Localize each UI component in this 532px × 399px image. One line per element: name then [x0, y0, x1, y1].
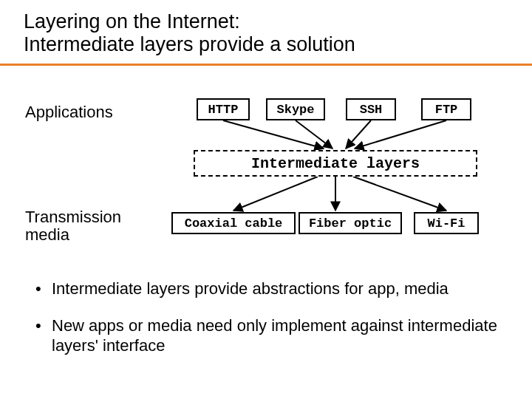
applications-label: Applications [25, 103, 113, 121]
intermediate-text: Intermediate layers [251, 155, 420, 172]
svg-line-6 [353, 177, 446, 211]
app-skype-text: Skype [276, 103, 314, 117]
app-box-skype: Skype [266, 98, 325, 120]
media-box-coax: Coaxial cable [171, 212, 296, 234]
svg-line-0 [223, 120, 324, 149]
bullet-1: Intermediate layers provide abstractions… [35, 279, 502, 299]
media-box-wifi: Wi-Fi [414, 212, 479, 234]
transmission-label-line1: Transmission [25, 208, 121, 226]
app-box-http: HTTP [197, 98, 250, 120]
title-line-2: Intermediate layers provide a solution [24, 33, 355, 55]
diagram-stage: Applications HTTP Skype SSH FTP Intermed… [0, 66, 532, 273]
transmission-label-line2: media [25, 225, 69, 244]
svg-line-3 [355, 120, 446, 149]
app-ftp-text: FTP [435, 103, 458, 117]
app-box-ftp: FTP [421, 98, 471, 120]
title-line-1: Layering on the Internet: [24, 10, 240, 33]
app-http-text: HTTP [208, 103, 239, 117]
svg-line-4 [233, 177, 318, 211]
media-wifi-text: Wi-Fi [427, 216, 465, 231]
slide-title: Layering on the Internet: Intermediate l… [0, 0, 532, 61]
intermediate-box: Intermediate layers [194, 150, 477, 177]
bullet-2: New apps or media need only implement ag… [35, 316, 502, 356]
app-ssh-text: SSH [360, 103, 383, 117]
app-box-ssh: SSH [346, 98, 396, 120]
svg-line-2 [346, 120, 371, 149]
media-coax-text: Coaxial cable [185, 216, 283, 231]
bullet-list: Intermediate layers provide abstractions… [0, 273, 532, 356]
media-fiber-text: Fiber optic [309, 216, 392, 231]
svg-line-1 [296, 120, 332, 149]
media-box-fiber: Fiber optic [299, 212, 402, 234]
